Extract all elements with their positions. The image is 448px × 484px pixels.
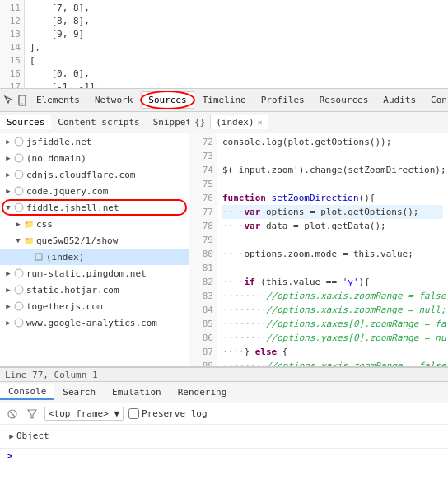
tree-item-togetherjs[interactable]: ▶ togetherjs.com (0, 298, 189, 314)
folder-label: que5w852/1/show (36, 235, 118, 246)
preserve-log-checkbox[interactable] (128, 408, 139, 419)
dropdown-arrow-icon: ▼ (114, 408, 119, 419)
filter-icon[interactable] (25, 407, 40, 421)
tree-item-fiddle-jshell[interactable]: ▼ fiddle.jshell.net (0, 199, 189, 216)
code-line (222, 149, 443, 163)
code-line: ····options.zoom.mode = this.value; (222, 247, 443, 261)
code-line (222, 177, 443, 191)
sidebar-tab-sources[interactable]: Sources (0, 115, 51, 129)
code-line (222, 261, 443, 275)
tree-arrow: ▶ (3, 154, 13, 162)
svg-line-13 (10, 412, 15, 417)
domain-icon (13, 152, 25, 164)
svg-point-3 (15, 154, 23, 162)
sidebar-tab-content-scripts[interactable]: Content scripts (51, 115, 146, 129)
code-tab-index[interactable]: (index) ✕ (210, 115, 268, 129)
svg-point-9 (15, 286, 23, 294)
code-line: [-1, -1], (30, 81, 443, 88)
top-line-numbers: 11 12 13 14 15 16 17 (0, 0, 25, 88)
tree-item-jsfiddle[interactable]: ▶ jsfiddle.net (0, 133, 189, 150)
tab-label: (index) (216, 117, 254, 128)
tab-console[interactable]: Console (424, 92, 448, 108)
code-line: ····var data = plot.getData(); (222, 219, 443, 233)
console-input-row: > (0, 448, 448, 463)
close-tab-button[interactable]: ✕ (258, 118, 263, 127)
tree-item-pingdom[interactable]: ▶ rum-static.pingdom.net (0, 265, 189, 282)
file-label: (index) (46, 252, 84, 263)
tree-arrow: ▶ (3, 302, 13, 310)
tree-arrow: ▶ (3, 187, 13, 195)
svg-point-4 (15, 170, 23, 179)
console-body: ▶ Object (0, 425, 448, 448)
console-prompt: > (7, 450, 12, 462)
code-text: console.log(plot.getOptions()); $('input… (217, 133, 448, 366)
domain-icon (13, 317, 25, 328)
tab-network[interactable]: Network (88, 92, 139, 108)
devtools-main: Sources Content scripts Snippets ▶ jsfid… (0, 112, 448, 367)
code-line: ········//options.yaxis.zoomRange = fals… (222, 359, 443, 366)
code-line: ········//options.xaxis.zoomRange = null… (222, 303, 443, 317)
file-icon (33, 251, 44, 263)
code-line: [ (30, 54, 443, 67)
domain-icon (13, 300, 25, 312)
sidebar-tab-snippets[interactable]: Snippets (147, 115, 189, 129)
svg-point-5 (15, 187, 23, 195)
tree-item-google-analytics[interactable]: ▶ www.google-analytics.com (0, 314, 189, 331)
tree-arrow: ▼ (3, 203, 13, 212)
code-line: ········//options.xaxis.zoomRange = fals… (222, 289, 443, 303)
svg-point-10 (15, 302, 23, 310)
brackets-icon: {} (189, 115, 210, 129)
top-code-content: [7, 8], [8, 8], [9, 9] ], [ [0, 0], [-1,… (25, 0, 448, 88)
clear-console-icon[interactable] (5, 407, 20, 421)
tree-item-nodomain[interactable]: ▶ (no domain) (0, 150, 189, 166)
code-line-highlighted: ····var options = plot.getOptions(); (222, 205, 443, 219)
console-item-object[interactable]: ▶ Object (7, 428, 441, 444)
domain-label: fiddle.jshell.net (26, 202, 119, 213)
domain-label: jsfiddle.net (26, 137, 91, 147)
status-bar: Line 77, Column 1 (0, 367, 448, 382)
tree-item-css[interactable]: ▶ 📁 css (0, 216, 189, 232)
tree-item-cloudflare[interactable]: ▶ cdnjs.cloudflare.com (0, 166, 189, 183)
tree-arrow: ▶ (3, 170, 13, 179)
tab-audits[interactable]: Audits (376, 92, 422, 108)
inspect-icon[interactable] (3, 93, 15, 108)
code-line: ], (30, 41, 443, 54)
console-object-label: Object (16, 429, 49, 444)
console-toolbar: <top frame> ▼ Preserve log (0, 403, 448, 425)
console-tab-console[interactable]: Console (0, 384, 54, 400)
sources-sidebar: Sources Content scripts Snippets ▶ jsfid… (0, 112, 189, 366)
tree-item-hotjar[interactable]: ▶ static.hotjar.com (0, 282, 189, 298)
code-panel: {} (index) ✕ 72 73 74 75 76 77 78 79 80 … (189, 112, 448, 366)
sidebar-tabs: Sources Content scripts Snippets (0, 112, 189, 133)
domain-icon (13, 185, 25, 197)
domain-label: static.hotjar.com (26, 285, 119, 296)
console-tab-emulation[interactable]: Emulation (104, 385, 170, 399)
code-line: [0, 0], (30, 67, 443, 81)
folder-label: css (36, 219, 53, 230)
console-tab-rendering[interactable]: Rendering (170, 385, 236, 399)
tab-timeline[interactable]: Timeline (196, 92, 253, 108)
tab-profiles[interactable]: Profiles (254, 92, 311, 108)
tab-sources[interactable]: Sources (141, 91, 194, 109)
code-line: [7, 8], (30, 2, 443, 15)
code-line: ········//options.xaxes[0].zoomRange = f… (222, 317, 443, 331)
mobile-icon[interactable] (16, 93, 28, 108)
frame-select[interactable]: <top frame> ▼ (44, 407, 124, 421)
code-line: function setZoomDirection(){ (222, 191, 443, 205)
tree-arrow: ▶ (3, 319, 13, 327)
domain-icon (13, 268, 25, 279)
tree-item-jquery[interactable]: ▶ code.jquery.com (0, 183, 189, 199)
tree-item-index[interactable]: (index) (0, 249, 189, 265)
tree-arrow (23, 253, 33, 261)
domain-icon (13, 169, 25, 180)
console-tab-search[interactable]: Search (54, 385, 104, 399)
preserve-log-checkbox-label[interactable]: Preserve log (128, 408, 207, 419)
tab-resources[interactable]: Resources (313, 92, 376, 108)
code-line: [8, 8], (30, 15, 443, 28)
tree-item-que5w852[interactable]: ▼ 📁 que5w852/1/show (0, 232, 189, 249)
tab-elements[interactable]: Elements (30, 92, 86, 108)
code-line: [9, 9] (30, 28, 443, 41)
devtools-toolbar: Elements Network Sources Timeline Profil… (0, 89, 448, 112)
tree-arrow: ▶ (7, 429, 16, 444)
domain-label: (no domain) (26, 153, 86, 164)
